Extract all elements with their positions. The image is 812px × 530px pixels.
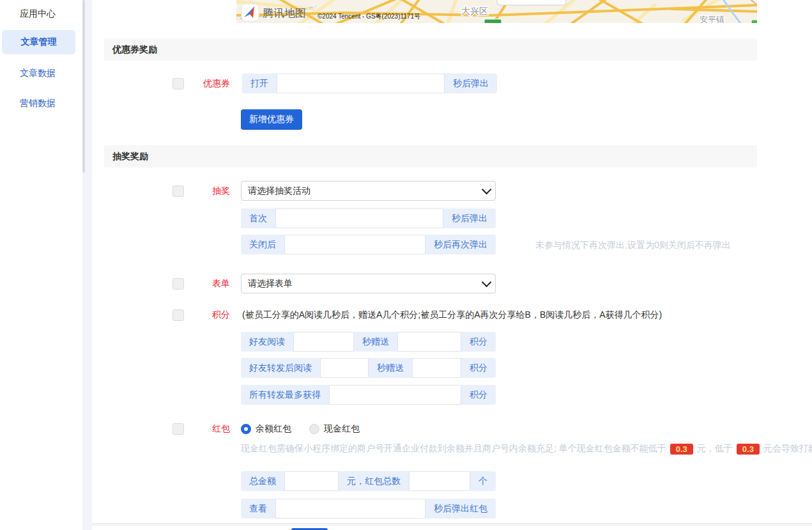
lottery-first-group: 首次 秒后弹出 [241, 208, 496, 228]
coupon-suffix-addon: 秒后弹出 [445, 74, 497, 93]
coupon-label: 优惠券 [189, 78, 230, 90]
sidebar: 应用中心 文章管理 文章数据 营销数据 [0, 0, 82, 530]
total-count-input[interactable] [409, 471, 470, 491]
coupon-prefix-addon: 打开 [242, 74, 277, 93]
map-preview[interactable]: 大兴区 安平镇 腾讯地图 ©2024 Tencent - GS粤(2023)11… [236, 0, 757, 23]
cash-redpacket-radio[interactable] [309, 424, 319, 434]
sidebar-item-article-manage[interactable]: 文章管理 [2, 30, 75, 54]
add-coupon-button[interactable]: 新增优惠券 [241, 109, 302, 130]
coupon-delay-group: 打开 秒后弹出 [242, 74, 497, 93]
bottom-divider [92, 523, 812, 526]
friend-read-addon: 好友阅读 [241, 332, 293, 352]
lottery-close-hint: 未参与情况下再次弹出,设置为0则关闭后不再弹出 [535, 240, 731, 251]
friend-forward-read-addon: 好友转发后阅读 [241, 358, 320, 378]
chevron-down-icon [482, 277, 492, 288]
min-amount-badge: 0.3 [737, 444, 760, 455]
balance-redpacket-label: 余额红包 [256, 423, 291, 435]
friend-forward-points-input[interactable] [412, 358, 461, 378]
coupon-row: 优惠券 打开 秒后弹出 [172, 74, 497, 93]
points-row: 积分 (被员工分享的A阅读几秒后，赠送A几个积分;被员工分享的A再次分享给B，B… [172, 309, 662, 321]
points-checkbox[interactable] [172, 309, 184, 321]
sidebar-item-marketing-data[interactable]: 营销数据 [20, 98, 56, 109]
form-select-value: 请选择表单 [248, 278, 293, 290]
points-forward-group: 好友转发后阅读 秒赠送 积分 [241, 358, 496, 378]
form-select[interactable]: 请选择表单 [241, 274, 496, 293]
points-read-group: 好友阅读 秒赠送 积分 [241, 332, 496, 352]
section-lottery-rewards: 抽奖奖励 [104, 145, 757, 168]
friend-read-points-input[interactable] [397, 332, 461, 352]
balance-redpacket-radio[interactable] [241, 424, 251, 434]
points-addon: 积分 [461, 358, 496, 378]
redpacket-checkbox[interactable] [172, 423, 184, 435]
map-attribution: ©2024 Tencent - GS粤(2023)1171号 [318, 13, 420, 20]
redpacket-label: 红包 [189, 423, 230, 435]
redpacket-row: 红包 [172, 423, 242, 435]
view-suffix-addon: 秒后弹出红包 [425, 499, 496, 518]
lottery-checkbox[interactable] [172, 185, 184, 197]
lottery-close-delay-input[interactable] [284, 235, 425, 254]
give-addon: 秒赠送 [354, 332, 397, 352]
sidebar-item-label: 文章管理 [21, 36, 57, 48]
cash-redpacket-label: 现金红包 [324, 423, 360, 435]
redpacket-amount-row: 总金额 元，红包总数 个 [241, 471, 496, 491]
map-district-label: 大兴区 [461, 6, 488, 16]
max-forward-points-input[interactable] [329, 385, 461, 405]
redpacket-hint: 现金红包需确保小程序绑定的商户号开通企业付款到余额并且商户号内余额充足; 单个现… [241, 443, 812, 455]
min-amount-badge: 0.3 [670, 444, 693, 455]
points-read-row: 好友阅读 秒赠送 积分 [241, 332, 496, 352]
points-note: (被员工分享的A阅读几秒后，赠送A几个积分;被员工分享的A再次分享给B，B阅读几… [242, 309, 662, 321]
sidebar-item-app-center[interactable]: 应用中心 [20, 8, 56, 20]
points-addon: 积分 [461, 332, 496, 352]
lottery-close-group: 关闭后 秒后再次弹出 [241, 235, 496, 254]
map-town-label: 安平镇 [700, 15, 724, 23]
scrollbar-track[interactable] [82, 0, 92, 530]
points-forward-read-row: 好友转发后阅读 秒赠送 积分 [241, 358, 496, 378]
section-title: 抽奖奖励 [112, 151, 148, 162]
redpacket-type-radios: 余额红包 现金红包 [241, 423, 360, 435]
count-unit-addon: 个 [470, 471, 496, 491]
map-provider-label: 腾讯地图 [263, 7, 306, 19]
give-addon: 秒赠送 [369, 358, 412, 378]
lottery-label: 抽奖 [189, 185, 230, 197]
highway-badge-small [751, 20, 757, 23]
lottery-activity-select[interactable]: 请选择抽奖活动 [241, 181, 496, 201]
form-row: 表单 [172, 274, 242, 293]
total-count-addon: 元，红包总数 [339, 471, 409, 491]
section-title: 优惠券奖励 [112, 44, 157, 56]
points-addon: 积分 [461, 385, 496, 405]
redpacket-view-group: 查看 秒后弹出红包 [241, 499, 496, 518]
points-label: 积分 [189, 309, 230, 321]
redpacket-hint-part1: 现金红包需确保小程序绑定的商户号开通企业付款到余额并且商户号内余额充足; 单个现… [241, 443, 666, 453]
chevron-down-icon [482, 185, 492, 195]
redpacket-view-row: 查看 秒后弹出红包 [241, 499, 496, 518]
close-prefix-addon: 关闭后 [241, 235, 284, 254]
friend-forward-seconds-input[interactable] [320, 358, 369, 378]
lottery-close-popup-row: 关闭后 秒后再次弹出 [241, 235, 496, 254]
form-checkbox[interactable] [172, 278, 184, 290]
max-forward-addon: 所有转发最多获得 [241, 385, 329, 405]
total-amount-addon: 总金额 [241, 471, 284, 491]
first-prefix-addon: 首次 [241, 208, 275, 228]
lottery-first-delay-input[interactable] [275, 208, 443, 228]
coupon-delay-input[interactable] [277, 74, 445, 93]
highway-badge [484, 19, 502, 23]
coupon-checkbox[interactable] [172, 78, 184, 90]
sidebar-item-article-data[interactable]: 文章数据 [20, 68, 56, 79]
lottery-row: 抽奖 [172, 181, 242, 201]
view-addon: 查看 [241, 499, 275, 518]
points-max-row: 所有转发最多获得 积分 [241, 385, 496, 405]
form-label: 表单 [189, 278, 230, 290]
points-max-group: 所有转发最多获得 积分 [241, 385, 496, 405]
friend-read-seconds-input[interactable] [293, 332, 354, 352]
redpacket-amount-group: 总金额 元，红包总数 个 [241, 471, 496, 491]
map-control-box[interactable] [497, 0, 566, 5]
lottery-first-popup-row: 首次 秒后弹出 [241, 208, 496, 228]
scrollbar-thumb[interactable] [82, 0, 85, 173]
section-coupon-rewards: 优惠券奖励 [104, 38, 757, 61]
total-amount-input[interactable] [284, 471, 339, 491]
redpacket-hint-part2: 元，低于 [697, 443, 733, 453]
first-suffix-addon: 秒后弹出 [443, 208, 496, 228]
main-content: 大兴区 安平镇 腾讯地图 ©2024 Tencent - GS粤(2023)11… [92, 0, 812, 530]
view-delay-input[interactable] [275, 499, 425, 518]
close-suffix-addon: 秒后再次弹出 [425, 235, 496, 254]
